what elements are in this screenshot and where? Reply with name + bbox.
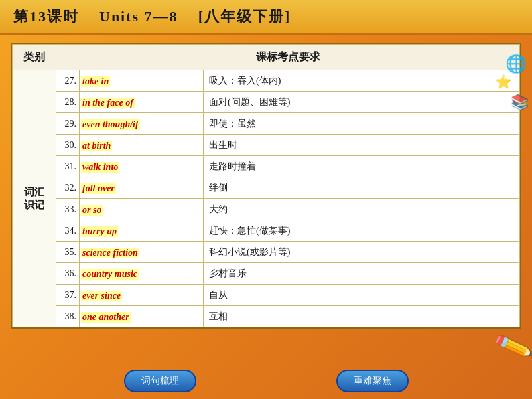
- table-row: 36.country music乡村音乐: [13, 263, 520, 285]
- phrase-text: in the face of: [81, 98, 135, 108]
- phrase-text: walk into: [81, 162, 119, 173]
- meaning-cell: 赶快；急忙(做某事): [204, 220, 520, 242]
- table-row: 词汇识记27.take in吸入；吞入(体内): [13, 70, 520, 92]
- meaning-cell: 出生时: [204, 135, 520, 156]
- phrase-cell: one another: [80, 306, 204, 327]
- phrase-text: even though/if: [81, 119, 140, 130]
- meaning-cell: 自从: [204, 285, 520, 306]
- phrase-cell: country music: [80, 263, 204, 285]
- table-row: 31.walk into走路时撞着: [13, 156, 520, 177]
- row-number: 36.: [56, 263, 80, 285]
- phrase-text: take in: [81, 76, 110, 87]
- phrase-cell: even though/if: [80, 113, 204, 135]
- row-number: 38.: [56, 306, 80, 327]
- row-number: 37.: [56, 285, 80, 306]
- row-number: 30.: [56, 135, 80, 156]
- phrase-cell: take in: [80, 70, 204, 92]
- page-header: 第13课时 Units 7—8 [八年级下册]: [0, 0, 532, 35]
- table-row: 35.science fiction科幻小说(或影片等): [13, 242, 520, 263]
- phrase-cell: fall over: [80, 177, 204, 199]
- page-title: 第13课时 Units 7—8 [八年级下册]: [13, 7, 291, 27]
- footer-buttons: 词句梳理 重难聚焦: [0, 370, 532, 392]
- meaning-cell: 大约: [204, 199, 520, 220]
- phrase-text: science fiction: [81, 248, 139, 258]
- row-number: 32.: [56, 177, 80, 199]
- meaning-cell: 科幻小说(或影片等): [204, 242, 520, 263]
- meaning-cell: 乡村音乐: [204, 263, 520, 285]
- phrase-text: one another: [81, 312, 131, 323]
- vocab-table: 类别 课标考点要求 词汇识记27.take in吸入；吞入(体内)28.in t…: [12, 44, 520, 327]
- table-row: 38.one another互相: [13, 306, 520, 327]
- table-row: 32.fall over绊倒: [13, 177, 520, 199]
- row-number: 34.: [56, 220, 80, 242]
- meaning-cell: 吸入；吞入(体内): [204, 70, 520, 92]
- col-content-header: 课标考点要求: [56, 45, 520, 70]
- phrase-text: or so: [81, 205, 103, 216]
- meaning-cell: 面对(问题、困难等): [204, 92, 520, 113]
- phrase-text: ever since: [81, 291, 122, 301]
- meaning-cell: 走路时撞着: [204, 156, 520, 177]
- phrase-text: fall over: [81, 183, 116, 194]
- phrase-cell: science fiction: [80, 242, 204, 263]
- meaning-cell: 即使；虽然: [204, 113, 520, 135]
- row-number: 31.: [56, 156, 80, 177]
- row-number: 28.: [56, 92, 80, 113]
- meaning-cell: 互相: [204, 306, 520, 327]
- row-number: 33.: [56, 199, 80, 220]
- row-number: 29.: [56, 113, 80, 135]
- table-row: 30.at birth出生时: [13, 135, 520, 156]
- table-row: 28.in the face of面对(问题、困难等): [13, 92, 520, 113]
- table-row: 29.even though/if即使；虽然: [13, 113, 520, 135]
- vocab-sort-button[interactable]: 词句梳理: [124, 370, 196, 392]
- table-row: 37.ever since自从: [13, 285, 520, 306]
- col-category-header: 类别: [13, 45, 56, 70]
- book-icon: 📚: [511, 94, 529, 111]
- table-row: 34.hurry up赶快；急忙(做某事): [13, 220, 520, 242]
- phrase-text: country music: [81, 269, 139, 280]
- table-row: 33.or so大约: [13, 199, 520, 220]
- main-content: 类别 课标考点要求 词汇识记27.take in吸入；吞入(体内)28.in t…: [0, 35, 532, 337]
- focus-button[interactable]: 重难聚焦: [336, 370, 409, 392]
- vocab-table-wrapper: 类别 课标考点要求 词汇识记27.take in吸入；吞入(体内)28.in t…: [11, 43, 521, 329]
- meaning-cell: 绊倒: [204, 177, 520, 199]
- phrase-cell: at birth: [80, 135, 204, 156]
- row-number: 27.: [56, 70, 80, 92]
- phrase-cell: walk into: [80, 156, 204, 177]
- category-cell: 词汇识记: [13, 70, 56, 327]
- phrase-text: hurry up: [81, 226, 118, 237]
- star-icon: ⭐: [495, 74, 512, 90]
- phrase-cell: ever since: [80, 285, 204, 306]
- row-number: 35.: [56, 242, 80, 263]
- phrase-cell: in the face of: [80, 92, 204, 113]
- phrase-cell: or so: [80, 199, 204, 220]
- phrase-cell: hurry up: [80, 220, 204, 242]
- phrase-text: at birth: [81, 141, 112, 151]
- globe-icon: 🌐: [505, 54, 527, 74]
